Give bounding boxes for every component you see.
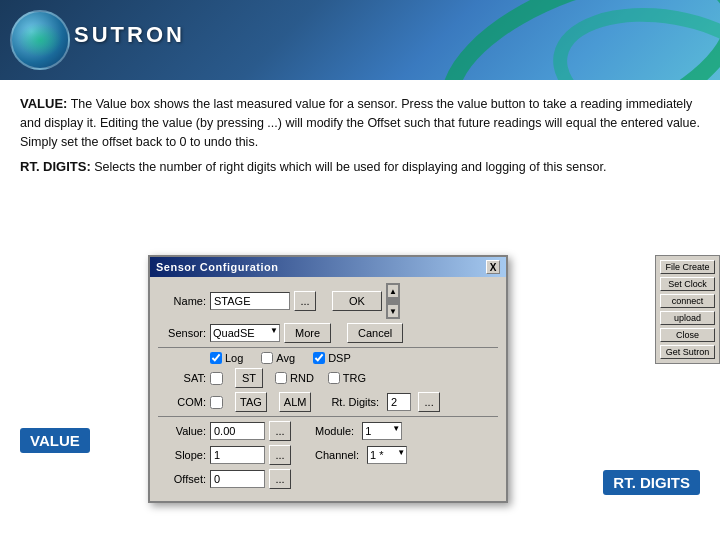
dsp-label: DSP bbox=[328, 352, 351, 364]
value-ellipsis-button[interactable]: ... bbox=[269, 421, 291, 441]
trg-checkbox[interactable] bbox=[328, 372, 340, 384]
sat-row: SAT: ST RND TRG bbox=[158, 368, 498, 388]
banner: SUTRON bbox=[0, 0, 720, 80]
module-label: Module: bbox=[315, 425, 354, 437]
separator-1 bbox=[158, 347, 498, 348]
rt-digits-heading: RT. DIGITS: bbox=[20, 159, 91, 174]
close-button[interactable]: Close bbox=[660, 328, 715, 342]
right-panel: File Create Set Clock connect upload Clo… bbox=[655, 255, 720, 364]
dialog-close-button[interactable]: X bbox=[486, 260, 500, 274]
value-dialog-label: Value: bbox=[158, 425, 206, 437]
rnd-label: RND bbox=[290, 372, 314, 384]
name-label: Name: bbox=[158, 295, 206, 307]
com-checkbox[interactable] bbox=[210, 396, 223, 409]
slope-label: Slope: bbox=[158, 449, 206, 461]
channel-label: Channel: bbox=[315, 449, 359, 461]
com-row: COM: TAG ALM Rt. Digits: ... bbox=[158, 392, 498, 412]
tag-button[interactable]: TAG bbox=[235, 392, 267, 412]
main-content: VALUE: The Value box shows the last meas… bbox=[0, 80, 720, 193]
offset-label: Offset: bbox=[158, 473, 206, 485]
rt-digits-dialog-label: Rt. Digits: bbox=[331, 396, 379, 408]
dialog-titlebar: Sensor Configuration X bbox=[150, 257, 506, 277]
more-button[interactable]: More bbox=[284, 323, 331, 343]
channel-select-wrapper: 1 * bbox=[367, 446, 407, 464]
rt-digits-description: Selects the number of right digits which… bbox=[94, 160, 606, 174]
value-input[interactable] bbox=[210, 422, 265, 440]
avg-checkbox[interactable] bbox=[261, 352, 273, 364]
com-label: COM: bbox=[158, 396, 206, 408]
globe-icon bbox=[10, 10, 70, 70]
sensor-select-wrapper: QuadSE bbox=[210, 324, 280, 342]
slope-ellipsis-button[interactable]: ... bbox=[269, 445, 291, 465]
sensor-config-dialog: Sensor Configuration X Name: ... OK ▲ ▼ bbox=[148, 255, 508, 503]
value-description: The Value box shows the last measured va… bbox=[20, 97, 700, 149]
sensor-label: Sensor: bbox=[158, 327, 206, 339]
offset-input[interactable] bbox=[210, 470, 265, 488]
log-label: Log bbox=[225, 352, 243, 364]
avg-checkbox-group: Avg bbox=[261, 352, 295, 364]
separator-2 bbox=[158, 416, 498, 417]
name-row: Name: ... OK ▲ ▼ bbox=[158, 283, 498, 319]
log-checkbox[interactable] bbox=[210, 352, 222, 364]
rt-digits-ellipsis-button[interactable]: ... bbox=[418, 392, 440, 412]
rnd-checkbox-group: RND bbox=[275, 372, 314, 384]
banner-swirl bbox=[420, 0, 720, 80]
dsp-checkbox[interactable] bbox=[313, 352, 325, 364]
offset-ellipsis-button[interactable]: ... bbox=[269, 469, 291, 489]
ok-button[interactable]: OK bbox=[332, 291, 382, 311]
cancel-button[interactable]: Cancel bbox=[347, 323, 403, 343]
value-sidebar-label: VALUE bbox=[20, 428, 90, 453]
sensor-row: Sensor: QuadSE More Cancel bbox=[158, 323, 498, 343]
offset-row: Offset: ... bbox=[158, 469, 498, 489]
get-sutron-button[interactable]: Get Sutron bbox=[660, 345, 715, 359]
sat-label: SAT: bbox=[158, 372, 206, 384]
scroll-up-arrow[interactable]: ▲ bbox=[387, 284, 399, 298]
file-create-button[interactable]: File Create bbox=[660, 260, 715, 274]
name-input[interactable] bbox=[210, 292, 290, 310]
module-select[interactable]: 1 bbox=[362, 422, 402, 440]
st-button[interactable]: ST bbox=[235, 368, 263, 388]
set-clock-button[interactable]: Set Clock bbox=[660, 277, 715, 291]
dialog-body: Name: ... OK ▲ ▼ Sensor: QuadSE bbox=[150, 277, 506, 501]
name-ellipsis-button[interactable]: ... bbox=[294, 291, 316, 311]
sat-checkbox[interactable] bbox=[210, 372, 223, 385]
avg-label: Avg bbox=[276, 352, 295, 364]
log-checkbox-group: Log bbox=[210, 352, 243, 364]
value-text-block: VALUE: The Value box shows the last meas… bbox=[20, 94, 700, 151]
alm-button[interactable]: ALM bbox=[279, 392, 312, 412]
channel-select[interactable]: 1 * bbox=[367, 446, 407, 464]
dialog-title: Sensor Configuration bbox=[156, 261, 278, 273]
logo-text: SUTRON bbox=[74, 22, 185, 48]
upload-button[interactable]: upload bbox=[660, 311, 715, 325]
value-heading: VALUE: bbox=[20, 96, 67, 111]
log-avg-dsp-row: Log Avg DSP bbox=[158, 352, 498, 364]
rt-digits-input[interactable] bbox=[387, 393, 411, 411]
rt-digits-sidebar-label: RT. DIGITS bbox=[603, 470, 700, 495]
value-module-row: Value: ... Module: 1 bbox=[158, 421, 498, 441]
rnd-checkbox[interactable] bbox=[275, 372, 287, 384]
trg-checkbox-group: TRG bbox=[328, 372, 366, 384]
dsp-checkbox-group: DSP bbox=[313, 352, 351, 364]
slope-channel-row: Slope: ... Channel: 1 * bbox=[158, 445, 498, 465]
name-scrollbar: ▲ ▼ bbox=[386, 283, 400, 319]
trg-label: TRG bbox=[343, 372, 366, 384]
sensor-select[interactable]: QuadSE bbox=[210, 324, 280, 342]
rt-digits-text-block: RT. DIGITS: Selects the number of right … bbox=[20, 157, 700, 177]
slope-input[interactable] bbox=[210, 446, 265, 464]
module-select-wrapper: 1 bbox=[362, 422, 402, 440]
connect-button[interactable]: connect bbox=[660, 294, 715, 308]
scroll-down-arrow[interactable]: ▼ bbox=[387, 304, 399, 318]
